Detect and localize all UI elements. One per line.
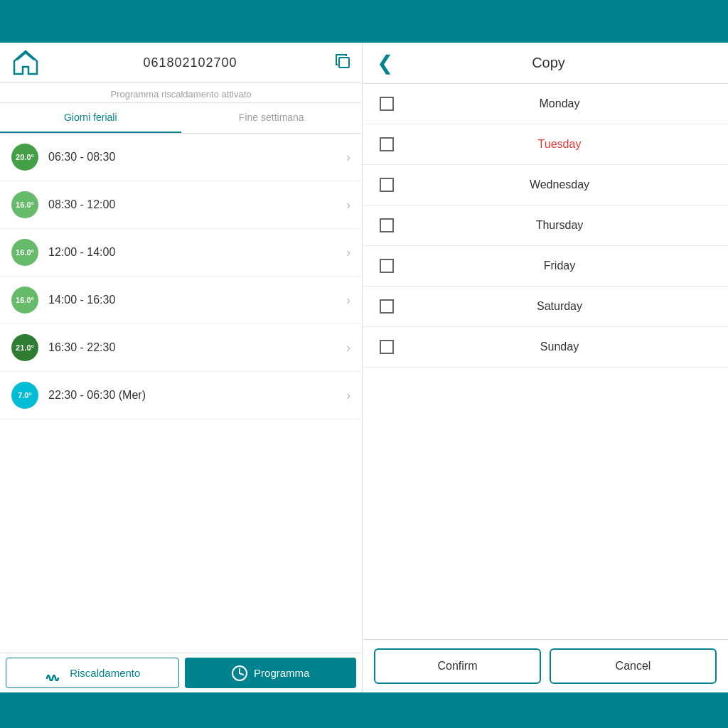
day-name: Wednesday <box>408 178 711 191</box>
copy-header: ❮ Copy <box>363 43 728 84</box>
chevron-right-icon: › <box>346 150 350 165</box>
temp-badge: 16.0° <box>11 287 38 314</box>
back-chevron-icon[interactable]: ❮ <box>377 51 393 75</box>
day-checkbox[interactable] <box>380 299 394 314</box>
riscaldamento-button[interactable]: Riscaldamento <box>6 658 179 688</box>
day-checkbox[interactable] <box>380 218 394 232</box>
day-name: Saturday <box>408 300 711 313</box>
time-range: 22:30 - 06:30 (Mer) <box>48 389 346 402</box>
tab-giorni-feriali[interactable]: Giorni feriali <box>0 103 181 133</box>
schedule-item[interactable]: 20.0° 06:30 - 08:30 › <box>0 134 362 181</box>
day-name: Thursday <box>408 219 711 232</box>
schedule-item[interactable]: 16.0° 12:00 - 14:00 › <box>0 229 362 277</box>
schedule-item[interactable]: 16.0° 14:00 - 16:30 › <box>0 277 362 324</box>
day-item[interactable]: Tuesday <box>363 124 728 165</box>
device-id: 061802102700 <box>46 55 335 70</box>
time-range: 14:00 - 16:30 <box>48 294 346 306</box>
tab-fine-settimana[interactable]: Fine settimana <box>181 103 363 133</box>
day-item[interactable]: Wednesday <box>363 165 728 205</box>
temp-badge: 20.0° <box>11 144 38 171</box>
day-checkbox[interactable] <box>380 340 394 354</box>
tabs: Giorni feriali Fine settimana <box>0 103 362 134</box>
time-range: 06:30 - 08:30 <box>48 151 346 164</box>
temp-badge: 16.0° <box>11 239 38 266</box>
home-icon[interactable] <box>11 50 40 75</box>
bottom-bar <box>0 692 728 728</box>
day-checkbox[interactable] <box>380 137 394 151</box>
cancel-button[interactable]: Cancel <box>550 648 717 684</box>
programma-label: Programma <box>254 667 309 679</box>
day-item[interactable]: Sunday <box>363 327 728 368</box>
schedule-list: 20.0° 06:30 - 08:30 › 16.0° 08:30 - 12:0… <box>0 134 362 653</box>
time-range: 08:30 - 12:00 <box>48 198 346 211</box>
schedule-item[interactable]: 7.0° 22:30 - 06:30 (Mer) › <box>0 372 362 419</box>
right-panel: ❮ Copy Monday Tuesday Wednesday Thursday… <box>363 43 728 692</box>
svg-rect-0 <box>339 58 349 68</box>
main-content: 061802102700 Programma riscaldamento att… <box>0 43 728 692</box>
chevron-right-icon: › <box>346 293 350 308</box>
chevron-right-icon: › <box>346 341 350 355</box>
chevron-right-icon: › <box>346 388 350 403</box>
temp-badge: 21.0° <box>11 334 38 361</box>
day-item[interactable]: Friday <box>363 246 728 287</box>
time-range: 16:30 - 22:30 <box>48 341 346 354</box>
days-list: Monday Tuesday Wednesday Thursday Friday… <box>363 84 728 639</box>
day-name: Sunday <box>408 341 711 353</box>
day-item[interactable]: Saturday <box>363 287 728 327</box>
day-name: Friday <box>408 259 711 272</box>
confirm-button[interactable]: Confirm <box>374 648 541 684</box>
copy-title: Copy <box>405 55 714 71</box>
schedule-item[interactable]: 16.0° 08:30 - 12:00 › <box>0 181 362 229</box>
day-checkbox[interactable] <box>380 97 394 111</box>
copy-device-icon[interactable] <box>335 53 350 73</box>
schedule-item[interactable]: 21.0° 16:30 - 22:30 › <box>0 324 362 372</box>
riscaldamento-label: Riscaldamento <box>70 667 140 679</box>
bottom-nav: Riscaldamento Programma <box>0 653 362 692</box>
day-item[interactable]: Thursday <box>363 205 728 246</box>
status-text: Programma riscaldamento attivato <box>0 83 362 103</box>
chevron-right-icon: › <box>346 198 350 213</box>
programma-button[interactable]: Programma <box>185 658 357 688</box>
time-range: 12:00 - 14:00 <box>48 246 346 259</box>
chevron-right-icon: › <box>346 245 350 260</box>
day-item[interactable]: Monday <box>363 84 728 124</box>
left-panel: 061802102700 Programma riscaldamento att… <box>0 43 363 692</box>
day-checkbox[interactable] <box>380 178 394 192</box>
temp-badge: 7.0° <box>11 382 38 409</box>
action-buttons: Confirm Cancel <box>363 639 728 692</box>
top-bar <box>0 0 728 43</box>
day-checkbox[interactable] <box>380 259 394 273</box>
device-header: 061802102700 <box>0 43 362 83</box>
day-name: Monday <box>408 97 711 110</box>
temp-badge: 16.0° <box>11 191 38 218</box>
day-name: Tuesday <box>408 138 711 151</box>
